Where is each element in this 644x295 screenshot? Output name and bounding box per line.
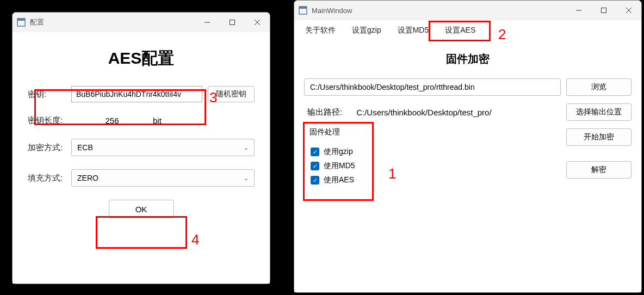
firmware-groupbox: 固件处理 ✓ 使用gzip ✓ 使用MD5 ✓ 使用AES [304, 128, 386, 196]
key-row: 密钥: 随机密钥 [28, 86, 255, 102]
main-client: 关于软件 设置gzip 设置MD5 设置AES 固件加密 浏览 输出路径: C:… [294, 20, 641, 292]
svg-rect-9 [602, 8, 606, 13]
input-path-field[interactable] [304, 78, 561, 96]
output-path-row: 输出路径: C:/Users/thinkbook/Desktop/test_pr… [304, 103, 631, 121]
close-button[interactable] [245, 13, 270, 32]
maximize-button[interactable] [591, 1, 616, 20]
browse-button[interactable]: 浏览 [566, 78, 631, 96]
input-path-row: 浏览 [304, 78, 631, 96]
main-title: MainWindow [312, 7, 566, 15]
menu-about[interactable]: 关于软件 [299, 22, 342, 39]
menubar: 关于软件 设置gzip 设置MD5 设置AES [294, 20, 641, 41]
minimize-button[interactable] [195, 13, 220, 32]
window-controls [195, 13, 270, 32]
app-icon [17, 18, 26, 27]
menu-md5[interactable]: 设置MD5 [391, 22, 436, 39]
svg-rect-1 [17, 19, 25, 21]
key-length-unit: bit [153, 116, 162, 125]
chevron-down-icon: ⌄ [244, 175, 249, 182]
menu-aes[interactable]: 设置AES [438, 22, 482, 39]
close-button[interactable] [616, 1, 641, 20]
key-length-value: 256 [71, 116, 153, 125]
app-icon [299, 6, 307, 15]
output-path-value: C:/Users/thinkbook/Desktop/test_pro/ [348, 108, 561, 117]
svg-rect-7 [299, 7, 307, 9]
checkbox-md5-row[interactable]: ✓ 使用MD5 [311, 161, 379, 171]
padding-row: 填充方式: ZERO ⌄ [28, 169, 255, 187]
encryption-mode-select[interactable]: ECB ⌄ [71, 139, 255, 156]
checkbox-aes-label: 使用AES [324, 175, 354, 185]
config-client: AES配置 密钥: 随机密钥 密钥长度: 256 bit 加密方式: ECB ⌄… [13, 32, 270, 284]
svg-rect-3 [230, 20, 235, 25]
menu-gzip[interactable]: 设置gzip [345, 22, 388, 39]
main-body: 固件加密 浏览 输出路径: C:/Users/thinkbook/Desktop… [294, 41, 641, 202]
start-encrypt-button[interactable]: 开始加密 [566, 128, 631, 146]
config-window: 配置 AES配置 密钥: 随机密钥 密钥长度: 256 bit 加密方式: EC… [12, 12, 270, 284]
checkbox-aes-row[interactable]: ✓ 使用AES [311, 175, 379, 185]
select-output-button[interactable]: 选择输出位置 [566, 103, 631, 121]
padding-value: ZERO [77, 174, 98, 182]
key-length-row: 密钥长度: 256 bit [28, 115, 255, 126]
config-title: 配置 [30, 17, 195, 27]
random-key-button[interactable]: 随机密钥 [208, 86, 255, 102]
key-input[interactable] [71, 86, 202, 102]
groupbox-title: 固件处理 [307, 127, 342, 137]
checkbox-gzip-row[interactable]: ✓ 使用gzip [311, 147, 379, 157]
checkbox-gzip[interactable]: ✓ [311, 148, 319, 156]
config-titlebar: 配置 [13, 13, 270, 32]
window-controls [566, 1, 641, 20]
checkbox-gzip-label: 使用gzip [324, 147, 353, 157]
checkbox-md5[interactable]: ✓ [311, 162, 319, 170]
checkbox-md5-label: 使用MD5 [324, 161, 355, 171]
encryption-mode-row: 加密方式: ECB ⌄ [28, 139, 255, 156]
key-length-label: 密钥长度: [28, 115, 71, 126]
encryption-mode-value: ECB [77, 143, 93, 152]
ok-row: OK [28, 200, 255, 218]
maximize-button[interactable] [220, 13, 245, 32]
main-titlebar: MainWindow [294, 1, 641, 20]
main-heading: 固件加密 [304, 52, 631, 66]
padding-label: 填充方式: [28, 173, 71, 183]
checkbox-aes[interactable]: ✓ [311, 176, 319, 185]
main-window: MainWindow 关于软件 设置gzip 设置MD5 设置AES 固件加密 … [294, 0, 642, 293]
config-heading: AES配置 [28, 47, 255, 70]
padding-select[interactable]: ZERO ⌄ [71, 169, 255, 187]
minimize-button[interactable] [566, 1, 591, 20]
action-buttons: 开始加密 解密 [566, 128, 631, 196]
chevron-down-icon: ⌄ [244, 144, 249, 151]
output-path-label: 输出路径: [304, 107, 342, 118]
ok-button[interactable]: OK [109, 200, 174, 218]
key-label: 密钥: [28, 89, 71, 100]
decrypt-button[interactable]: 解密 [566, 161, 631, 179]
lower-panel: 固件处理 ✓ 使用gzip ✓ 使用MD5 ✓ 使用AES 开始加 [304, 128, 631, 196]
encryption-mode-label: 加密方式: [28, 143, 71, 153]
